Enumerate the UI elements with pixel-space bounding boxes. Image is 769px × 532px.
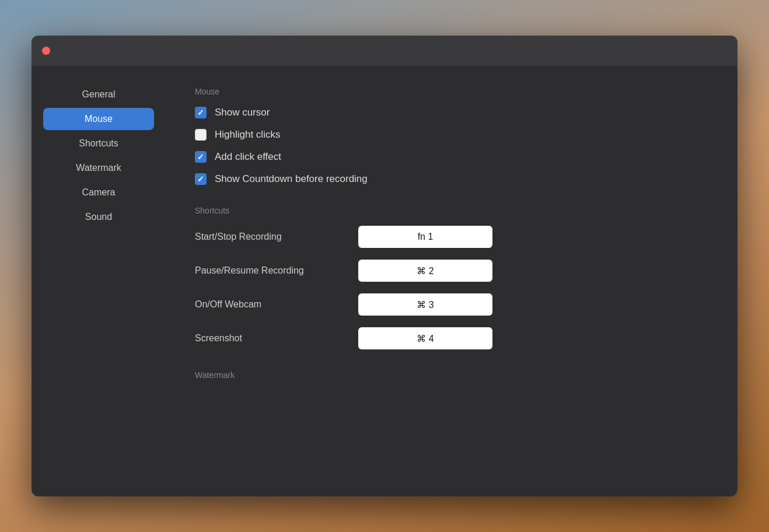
checkbox-label-add-click-effect: Add click effect	[215, 151, 281, 163]
checkbox-highlight-clicks[interactable]	[195, 129, 207, 141]
shortcut-row-webcam: On/Off Webcam	[195, 293, 708, 316]
shortcuts-section-label: Shortcuts	[195, 206, 708, 215]
sidebar: GeneralMouseShortcutsWatermarkCameraSoun…	[32, 66, 166, 496]
mouse-section-label: Mouse	[195, 87, 708, 96]
checkbox-group: Show cursorHighlight clicksAdd click eff…	[195, 107, 708, 185]
shortcut-label-screenshot: Screenshot	[195, 333, 347, 344]
content-area: GeneralMouseShortcutsWatermarkCameraSoun…	[32, 66, 737, 496]
shortcut-label-pause-resume: Pause/Resume Recording	[195, 265, 347, 276]
checkbox-row-highlight-clicks: Highlight clicks	[195, 129, 708, 141]
shortcut-row-start-stop: Start/Stop Recording	[195, 226, 708, 248]
sidebar-item-sound[interactable]: Sound	[43, 206, 154, 228]
shortcut-label-webcam: On/Off Webcam	[195, 299, 347, 310]
checkbox-show-countdown[interactable]	[195, 173, 207, 185]
settings-window: GeneralMouseShortcutsWatermarkCameraSoun…	[32, 36, 737, 496]
watermark-section-label: Watermark	[195, 370, 708, 380]
checkbox-row-add-click-effect: Add click effect	[195, 151, 708, 163]
shortcut-input-webcam[interactable]	[358, 293, 492, 316]
sidebar-item-camera[interactable]: Camera	[43, 181, 154, 204]
checkbox-label-show-cursor: Show cursor	[215, 107, 270, 118]
shortcut-row-pause-resume: Pause/Resume Recording	[195, 260, 708, 282]
sidebar-item-general[interactable]: General	[43, 83, 154, 106]
checkbox-add-click-effect[interactable]	[195, 151, 207, 163]
shortcut-label-start-stop: Start/Stop Recording	[195, 232, 347, 242]
main-panel: MouseShow cursorHighlight clicksAdd clic…	[166, 66, 737, 496]
shortcut-row-screenshot: Screenshot	[195, 327, 708, 349]
shortcut-input-start-stop[interactable]	[358, 226, 492, 248]
titlebar	[32, 36, 737, 66]
shortcuts-grid: Start/Stop RecordingPause/Resume Recordi…	[195, 226, 708, 349]
checkbox-label-show-countdown: Show Countdown before recording	[215, 173, 368, 185]
sidebar-item-watermark[interactable]: Watermark	[43, 157, 154, 179]
shortcut-input-pause-resume[interactable]	[358, 260, 492, 282]
checkbox-row-show-countdown: Show Countdown before recording	[195, 173, 708, 185]
sidebar-item-shortcuts[interactable]: Shortcuts	[43, 132, 154, 155]
checkbox-row-show-cursor: Show cursor	[195, 107, 708, 118]
close-button[interactable]	[42, 47, 50, 55]
checkbox-show-cursor[interactable]	[195, 107, 207, 118]
checkbox-label-highlight-clicks: Highlight clicks	[215, 129, 280, 141]
sidebar-item-mouse[interactable]: Mouse	[43, 108, 154, 130]
shortcut-input-screenshot[interactable]	[358, 327, 492, 349]
